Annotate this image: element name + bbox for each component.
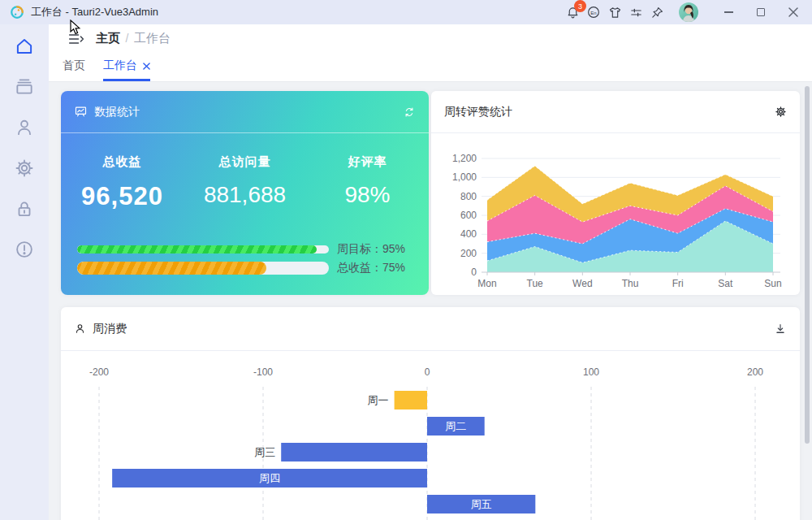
pin-button[interactable] [646, 2, 667, 23]
svg-text:En: En [590, 11, 596, 15]
alert-circle-icon [14, 239, 35, 260]
svg-text:周一: 周一 [368, 394, 389, 406]
bar-card-header: 周消费 [61, 307, 800, 351]
sidebar-item-home[interactable] [11, 34, 38, 58]
topbar: 主页 / 工作台 [49, 24, 812, 53]
svg-text:200: 200 [747, 366, 763, 378]
archive-box-icon [14, 76, 35, 98]
close-button[interactable] [781, 2, 806, 23]
breadcrumb-current: 工作台 [134, 31, 171, 45]
sidebar-item-archive[interactable] [11, 75, 38, 99]
tab-home[interactable]: 首页 [63, 53, 85, 81]
svg-text:Wed: Wed [572, 278, 592, 289]
sidebar-item-security[interactable] [11, 197, 38, 221]
minimize-button[interactable] [716, 2, 741, 23]
stat-positive-rate: 好评率 98% [306, 154, 429, 211]
area-card-title: 周转评赞统计 [444, 105, 512, 119]
progress-week-goal: 周目标：95% [77, 242, 405, 257]
breadcrumb-home[interactable]: 主页 [96, 31, 120, 45]
progress-fill [77, 262, 266, 275]
svg-text:1,000: 1,000 [452, 171, 477, 183]
stacked-area-chart[interactable]: 02004006008001,0001,200MonTueWedThuFriSa… [439, 148, 792, 294]
titlebar: 工作台 - Tauri2-Vue3Admin 3 En [0, 0, 812, 24]
svg-text:Tue: Tue [527, 278, 544, 289]
refresh-icon[interactable] [403, 106, 416, 119]
sidebar [0, 24, 49, 520]
maximize-button[interactable] [749, 2, 773, 23]
svg-text:Sat: Sat [718, 278, 733, 289]
svg-text:Fri: Fri [672, 278, 684, 289]
lock-icon [14, 198, 35, 219]
window-title: 工作台 - Tauri2-Vue3Admin [31, 5, 158, 20]
stats-row: 总收益 96,520 总访问量 881,688 好评率 98% [61, 154, 429, 211]
svg-text:0: 0 [425, 366, 430, 378]
language-button[interactable]: En [583, 2, 604, 23]
svg-text:1,200: 1,200 [452, 153, 477, 164]
progress-total-revenue: 总收益：75% [77, 261, 405, 275]
tab-workbench[interactable]: 工作台 [103, 53, 150, 81]
svg-text:Mon: Mon [477, 278, 496, 289]
sidebar-item-about[interactable] [11, 237, 38, 262]
tab-close-icon[interactable] [143, 63, 150, 70]
stat-total-visits: 总访问量 881,688 [184, 154, 306, 211]
svg-text:Sun: Sun [764, 278, 781, 289]
home-icon [14, 36, 35, 57]
bar-周三 [281, 443, 427, 462]
stat-total-revenue: 总收益 96,520 [61, 154, 184, 211]
sidebar-item-settings[interactable] [11, 156, 38, 180]
notifications-button[interactable]: 3 [562, 2, 583, 23]
sidebar-item-users[interactable] [11, 115, 38, 140]
svg-text:0: 0 [471, 266, 477, 278]
dashboard-board-icon [74, 105, 88, 119]
user-icon [14, 117, 35, 138]
svg-text:周五: 周五 [471, 498, 492, 510]
svg-text:-100: -100 [253, 366, 273, 378]
theme-button[interactable] [604, 2, 625, 23]
progress-track [77, 245, 329, 254]
progress-label: 总收益：75% [337, 261, 405, 275]
svg-text:800: 800 [460, 191, 477, 202]
svg-text:600: 600 [460, 210, 477, 221]
download-icon[interactable] [774, 323, 787, 336]
area-chart-card: 周转评赞统计 02004006008001,0001,200MonTueWedT… [431, 91, 800, 295]
svg-text:周四: 周四 [259, 472, 280, 484]
progress-fill [77, 245, 317, 254]
svg-text:Thu: Thu [622, 278, 639, 289]
stats-card-title: 数据统计 [94, 105, 140, 119]
tab-bar: 首页 工作台 [49, 53, 812, 82]
sidebar-fold-button[interactable] [68, 32, 84, 46]
settings-sliders-button[interactable] [625, 2, 646, 23]
area-card-header: 周转评赞统计 [431, 91, 800, 133]
svg-text:周三: 周三 [254, 446, 275, 458]
progress-label: 周目标：95% [337, 242, 405, 257]
app-window: 工作台 - Tauri2-Vue3Admin 3 En [0, 0, 812, 520]
svg-text:100: 100 [583, 366, 599, 378]
breadcrumb: 主页 / 工作台 [96, 31, 171, 46]
gear-icon[interactable] [775, 106, 787, 118]
stats-card-header: 数据统计 [61, 91, 429, 133]
bar-周一 [395, 391, 427, 410]
user-avatar[interactable] [679, 2, 698, 22]
svg-text:周二: 周二 [445, 420, 466, 432]
bar-chart-card: 周消费 -200-1000100200周一周二周三周四周五 [61, 307, 800, 520]
gear-icon [14, 158, 35, 179]
progress-track [77, 262, 329, 275]
app-logo-icon [10, 5, 24, 20]
svg-text:-200: -200 [89, 366, 109, 378]
stats-card: 数据统计 总收益 96,520 总访问量 881,688 好评率 98% [61, 91, 429, 295]
breadcrumb-separator: / [125, 32, 128, 45]
scrollbar-thumb[interactable] [805, 86, 810, 444]
bar-card-title: 周消费 [93, 322, 127, 336]
svg-text:200: 200 [460, 248, 477, 259]
person-icon [74, 323, 86, 335]
horizontal-bar-chart[interactable]: -200-1000100200周一周二周三周四周五 [61, 351, 800, 520]
svg-text:400: 400 [460, 228, 477, 240]
